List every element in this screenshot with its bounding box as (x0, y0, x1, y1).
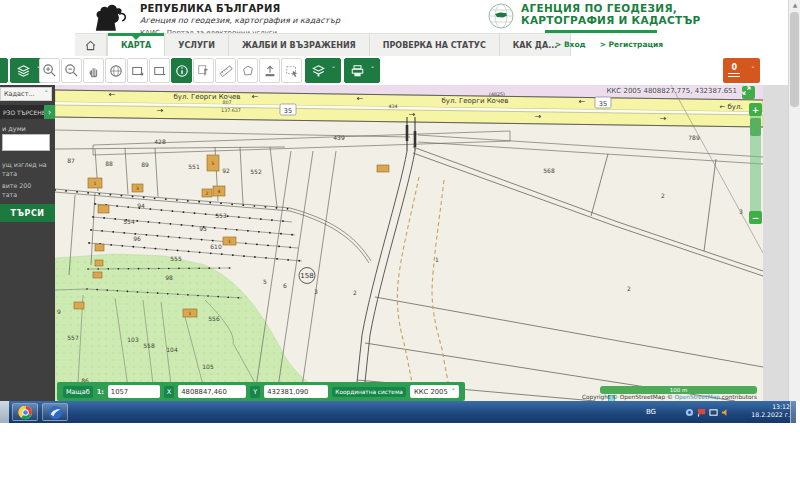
login-link[interactable]: > Вход (555, 40, 586, 49)
scroll-up-arrow[interactable]: ▲ (790, 0, 800, 10)
keyword-label: и думи (2, 125, 26, 133)
tab-uslugi[interactable]: УСЛУГИ (165, 34, 229, 56)
tray-flag-icon[interactable] (697, 408, 706, 417)
map-label: ← (357, 94, 364, 103)
hint-line: ущ изглед на (2, 161, 47, 169)
y-coordinate-input[interactable] (264, 385, 328, 398)
building-number: 5 (212, 161, 215, 166)
ruler-icon (219, 64, 233, 78)
map-label: 96 (133, 235, 141, 242)
zoom-minus-button[interactable]: − (749, 211, 762, 224)
hint-line: тата (2, 191, 17, 199)
search-button[interactable]: ТЪРСИ (0, 204, 55, 222)
quick-search-tab[interactable]: РЗО ТЪРСЕНЕ (0, 105, 47, 119)
register-link[interactable]: > Регистрация (600, 40, 664, 49)
map-type-value: Кадаст... (4, 90, 35, 98)
upload-icon (263, 64, 277, 78)
scrollbar-thumb[interactable] (790, 12, 799, 107)
system-tray (685, 401, 730, 423)
map-label: 95 (199, 225, 207, 232)
measure-distance-button[interactable] (215, 58, 236, 83)
map-label: 439 (333, 134, 345, 141)
map-svg[interactable]: 1352411 бул. Георги Кочевбул. Георги Коч… (55, 85, 763, 401)
print-button[interactable]: ˅ (344, 58, 380, 83)
map-label: 554 (123, 218, 135, 225)
zoom-slider: + − (749, 103, 762, 224)
map-canvas[interactable]: 1352411 бул. Георги Кочевбул. Георги Коч… (55, 85, 763, 401)
identify-button[interactable] (171, 58, 192, 83)
layers-icon (16, 64, 31, 78)
republic-title: РЕПУБЛИКА БЪЛГАРИЯ (140, 4, 340, 14)
start-edge[interactable] (0, 401, 9, 423)
tray-window-icon[interactable] (709, 408, 718, 417)
pan-button[interactable] (83, 58, 104, 83)
zoom-window-button[interactable] (127, 58, 148, 83)
full-extent-button[interactable] (105, 58, 126, 83)
clock-date: 18.2.2022 г. (751, 411, 790, 419)
map-label: 2 (661, 192, 665, 199)
map-label: 568 (543, 167, 555, 174)
map-label: 103 (127, 336, 139, 343)
map-label: → (660, 114, 667, 123)
sketch-flag-icon (197, 64, 211, 78)
crs-value: ККС 2005 (414, 388, 448, 396)
import-button[interactable] (259, 58, 280, 83)
quick-search-label: РЗО ТЪРСЕНЕ (3, 109, 46, 116)
zoom-slider-thumb[interactable] (750, 118, 761, 136)
zoom-out-button[interactable] (61, 58, 82, 83)
zoom-out-icon (64, 63, 79, 78)
tray-settings-icon[interactable] (685, 408, 694, 417)
map-label: ← (579, 97, 586, 106)
y-label: Y (250, 386, 260, 398)
tab-karta[interactable]: КАРТА (107, 34, 165, 56)
map-label: 610 (210, 243, 222, 250)
chrome-taskbar-button[interactable] (12, 403, 38, 421)
building-number: 1 (228, 239, 231, 244)
x-label: X (164, 386, 174, 398)
tab-proverka[interactable]: ПРОВЕРКА НА СТАТУС (370, 34, 500, 56)
building-number: 3 (136, 186, 139, 191)
map-label: 88 (105, 160, 113, 167)
copyright-suffix: contributors (720, 394, 757, 400)
keyword-input[interactable] (2, 134, 50, 151)
expand-coordinates-button[interactable] (742, 86, 755, 99)
scale-label: Мащаб (63, 386, 93, 398)
map-label: 87 (67, 157, 75, 164)
annotate-button[interactable] (193, 58, 214, 83)
basemap-layers-button[interactable]: ˅ (305, 58, 341, 83)
tab-label: КАК ДА... (513, 41, 558, 50)
taskbar-clock[interactable]: 13:12 18.2.2022 г. (751, 403, 790, 419)
coordinate-readout: ККС 2005 4808827.775, 432387.651 (435, 87, 737, 95)
map-label: бул. Георги Кочев (442, 97, 509, 105)
map-label: → (157, 106, 164, 115)
building-footprint (95, 244, 104, 251)
measure-area-button[interactable] (237, 58, 258, 83)
scale-input[interactable] (108, 385, 160, 398)
zoom-in-button[interactable] (39, 58, 60, 83)
map-label: → (409, 110, 416, 119)
map-label: 92 (222, 167, 230, 174)
browser-scrollbar[interactable]: ▲ (788, 0, 800, 401)
previous-extent-button[interactable] (149, 58, 170, 83)
tab-label: ПРОВЕРКА НА СТАТУС (383, 41, 486, 50)
zoom-plus-button[interactable]: + (749, 103, 762, 116)
x-coordinate-input[interactable] (178, 385, 246, 398)
building-footprint (93, 272, 102, 278)
map-label: 6 (283, 282, 287, 289)
tab-zhalbi[interactable]: ЖАЛБИ И ВЪЗРАЖЕНИЯ (229, 34, 370, 56)
map-label: 556 (208, 315, 220, 322)
show-desktop-button[interactable] (790, 401, 796, 423)
expand-panel-button[interactable]: › (44, 105, 55, 119)
crs-select[interactable]: ККС 2005 ˅ (410, 385, 459, 398)
mail-taskbar-button[interactable] (42, 403, 68, 421)
map-type-dropdown[interactable]: Кадаст... ˅ (0, 87, 52, 101)
notifications-button[interactable]: 0 ˅ (723, 58, 760, 83)
copyright-link[interactable]: OpenStreetMap (675, 394, 720, 400)
map-label: 434 (388, 104, 397, 109)
building-number: 4 (218, 189, 221, 194)
select-region-button[interactable] (281, 58, 302, 83)
panel-toggle-button[interactable]: ˅ (0, 58, 8, 83)
home-button[interactable] (75, 34, 107, 56)
tray-volume-icon[interactable] (721, 408, 730, 417)
language-indicator[interactable]: BG (646, 401, 656, 423)
